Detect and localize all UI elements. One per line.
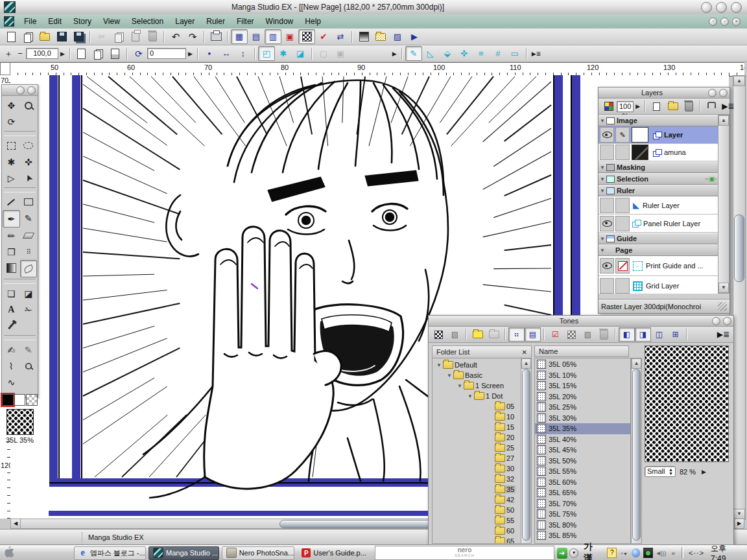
- tone-item[interactable]: 35L 45%: [535, 445, 630, 456]
- preview-size-select[interactable]: Small ▲▼: [645, 466, 676, 477]
- save-button[interactable]: [53, 29, 70, 44]
- folder-item[interactable]: 32: [433, 474, 521, 484]
- eyedropper-tool[interactable]: [3, 318, 20, 334]
- redo-button[interactable]: ↷: [184, 29, 201, 44]
- new-story-button[interactable]: [19, 29, 36, 44]
- tray-globe-icon[interactable]: [632, 548, 640, 557]
- lasso-tool[interactable]: [20, 137, 38, 154]
- join-line-tool[interactable]: ⌇: [3, 358, 20, 374]
- list-view-button[interactable]: ▤: [525, 327, 541, 342]
- scroll-up-button[interactable]: ▲: [733, 76, 745, 86]
- save-all-button[interactable]: [70, 29, 87, 44]
- navigator-palette-toggle[interactable]: ▣: [281, 29, 298, 44]
- materials-palette-toggle[interactable]: [372, 29, 389, 44]
- palette-collapse-button[interactable]: [16, 86, 25, 95]
- page-list-button[interactable]: [107, 46, 124, 61]
- pattern-brush-tool[interactable]: ✎: [20, 342, 38, 358]
- tone-item[interactable]: 35L 20%: [535, 391, 630, 402]
- tray-volume-icon[interactable]: ◂))): [656, 548, 666, 557]
- tone-item-selected[interactable]: 35L 35%: [535, 423, 630, 434]
- grid-ruler-button[interactable]: #: [490, 46, 506, 61]
- folder-item[interactable]: 30: [433, 463, 521, 474]
- tray-overflow-chevron[interactable]: »: [671, 550, 675, 557]
- reset-view-button[interactable]: ▪: [201, 46, 218, 61]
- rotate-menu-arrow[interactable]: ▶: [186, 51, 195, 57]
- layer-row-amuna[interactable]: amuna: [599, 144, 719, 161]
- add-folder-button[interactable]: [486, 327, 502, 342]
- search-options-button[interactable]: ▼: [569, 548, 578, 558]
- tone-item[interactable]: 35L 10%: [535, 370, 630, 381]
- layer-group-page[interactable]: ▼Page: [599, 244, 719, 256]
- folder-item[interactable]: 27: [433, 453, 521, 463]
- layers-menu-button[interactable]: ▶≣: [720, 99, 736, 113]
- open-button[interactable]: [36, 29, 53, 44]
- line-tool[interactable]: [3, 194, 20, 210]
- layer-row-layer[interactable]: ✎ Layer: [599, 126, 719, 144]
- copy-button[interactable]: [110, 29, 127, 44]
- layer-opacity-arrow[interactable]: ▶: [634, 103, 642, 110]
- taskbar-item-browser[interactable]: e 엠파스 블로그 -...: [74, 546, 146, 560]
- delete-layer-button[interactable]: [681, 99, 697, 113]
- folder-item[interactable]: ▼Default: [433, 360, 521, 370]
- pane-mode-3-button[interactable]: ◫: [651, 327, 667, 342]
- tone-tool[interactable]: [20, 260, 38, 277]
- layer-row-grid[interactable]: Grid Layer: [599, 276, 719, 294]
- new-layer-folder-button[interactable]: [665, 99, 681, 113]
- palette-close-button[interactable]: [27, 86, 36, 95]
- check-view-button[interactable]: ☑: [547, 327, 563, 342]
- layer-group-masking[interactable]: ▼Masking: [599, 161, 719, 173]
- window-minimize-button[interactable]: [701, 2, 712, 13]
- tone-item[interactable]: 35L 80%: [535, 520, 630, 531]
- scroll-left-button[interactable]: ◀: [11, 519, 21, 528]
- nero-search-box[interactable]: nero SEARCH: [375, 546, 554, 560]
- tone-pattern-button[interactable]: [563, 327, 580, 342]
- snap-area-button[interactable]: ◪: [292, 46, 309, 61]
- selection-mode-1-button[interactable]: ▢: [315, 46, 332, 61]
- tone-item[interactable]: 35L 30%: [535, 413, 630, 424]
- visibility-cell[interactable]: [600, 127, 614, 143]
- zoom-tool[interactable]: [20, 97, 38, 113]
- taskbar-item-nero-photosnap[interactable]: Nero PhotoSna...: [222, 546, 295, 560]
- start-button[interactable]: [0, 546, 18, 559]
- folder-item[interactable]: 50: [433, 505, 521, 515]
- folder-item[interactable]: ▼1 Dot: [433, 391, 521, 401]
- tone-item[interactable]: 35L 50%: [535, 456, 630, 467]
- window-maximize-button[interactable]: [716, 2, 727, 13]
- tone-item[interactable]: 35L 85%: [535, 530, 630, 541]
- transparent-color-swatch[interactable]: [26, 394, 38, 406]
- tray-nero-icon[interactable]: [643, 548, 653, 558]
- folder-item[interactable]: ▼Basic: [433, 370, 521, 380]
- rotate-value-field[interactable]: 0: [147, 48, 186, 59]
- fill-tool[interactable]: ❒: [3, 244, 20, 260]
- pane-mode-1-button[interactable]: ◧: [619, 327, 635, 342]
- layer-row-panel-ruler[interactable]: Panel Ruler Layer: [599, 215, 719, 233]
- sync-palette-toggle[interactable]: ⇄: [332, 29, 349, 44]
- doc-minimize-button[interactable]: −: [709, 18, 717, 26]
- snap-pen-ruler-button[interactable]: ✎: [405, 46, 422, 61]
- snap-cross-button[interactable]: ✱: [275, 46, 292, 61]
- object-select-tool[interactable]: ▷: [3, 170, 20, 186]
- new-layer-button[interactable]: [648, 99, 665, 113]
- folder-item[interactable]: 55: [433, 515, 521, 526]
- tone-list-scroll-thumb[interactable]: [632, 369, 641, 541]
- layers-panel-titlebar[interactable]: Layers: [599, 88, 729, 99]
- pencil-tool[interactable]: ✎: [20, 210, 38, 226]
- tool-palette-titlebar[interactable]: [2, 85, 38, 96]
- resize-grip[interactable]: [718, 302, 727, 311]
- menu-file[interactable]: File: [18, 17, 42, 26]
- visibility-cell[interactable]: [600, 278, 614, 294]
- more-options-arrow[interactable]: ▶: [390, 51, 399, 57]
- marker-tool[interactable]: ✏: [3, 228, 20, 244]
- rotate-canvas-tool[interactable]: ⟳: [3, 113, 20, 130]
- finger-tool[interactable]: ✍: [3, 342, 20, 358]
- tone-item[interactable]: 35L 65%: [535, 487, 630, 498]
- layer-opacity-field[interactable]: 100 %: [617, 101, 634, 112]
- tones-menu-button[interactable]: ▶≣: [715, 327, 731, 342]
- zoom-in-button[interactable]: ＋: [3, 46, 14, 61]
- folder-scroll-thumb[interactable]: [522, 369, 530, 541]
- scroll-down-button[interactable]: ▼: [733, 509, 745, 519]
- folder-item[interactable]: 10: [433, 412, 521, 422]
- taskbar-item-users-guide[interactable]: P User's Guide.p...: [297, 546, 367, 560]
- scroll-right-button[interactable]: ▶: [734, 519, 744, 528]
- lock-layer-button[interactable]: [704, 99, 720, 113]
